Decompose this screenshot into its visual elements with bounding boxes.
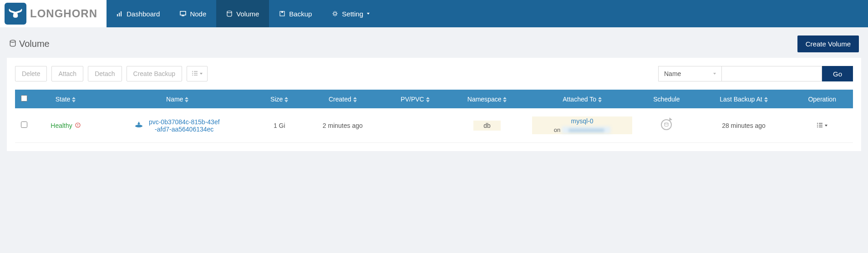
nav-node[interactable]: Node — [170, 0, 216, 27]
bulk-actions: Delete Attach Detach Create Backup — [15, 66, 208, 81]
sort-icon — [426, 97, 430, 102]
svg-rect-3 — [180, 11, 186, 15]
chevron-down-icon — [367, 13, 370, 15]
svg-rect-23 — [819, 123, 822, 123]
nav-label: Volume — [236, 10, 259, 18]
cell-size: 1 Gi — [257, 108, 302, 143]
nav-label: Node — [190, 10, 206, 18]
sort-icon — [284, 97, 288, 102]
volume-row-icon — [134, 121, 143, 130]
svg-point-5 — [227, 11, 232, 13]
cell-pvpvc — [384, 108, 447, 143]
cell-namespace: db — [447, 108, 528, 143]
svg-point-10 — [192, 71, 193, 72]
col-name[interactable]: Name — [98, 90, 257, 108]
search-go-button[interactable]: Go — [822, 66, 853, 81]
brand-text: LONGHORN — [30, 7, 97, 20]
svg-point-26 — [817, 126, 818, 127]
row-checkbox[interactable] — [21, 121, 27, 128]
brand: LONGHORN — [0, 0, 107, 27]
cell-name: pvc-0b37084c-815b-43ef-afd7-aa56406134ec — [98, 108, 257, 143]
volume-table: State Name Size Created PV/PVC Namespace… — [15, 90, 853, 143]
sort-icon — [353, 97, 357, 102]
search-input[interactable] — [722, 66, 822, 81]
filter-field-value: Name — [664, 70, 681, 77]
sort-icon — [764, 97, 768, 102]
svg-rect-18 — [77, 126, 78, 126]
nav-volume[interactable]: Volume — [216, 0, 269, 27]
svg-rect-2 — [121, 11, 122, 16]
list-icon — [192, 70, 198, 77]
svg-rect-15 — [194, 75, 198, 75]
col-attached[interactable]: Attached To — [528, 90, 637, 108]
svg-rect-1 — [119, 13, 120, 16]
cell-operation — [791, 108, 853, 143]
svg-point-9 — [10, 40, 15, 42]
svg-rect-25 — [819, 125, 822, 125]
col-pvpvc[interactable]: PV/PVC — [384, 90, 447, 108]
svg-point-24 — [817, 125, 818, 126]
redacted-node: xxxxxxxxxxxx — [562, 126, 610, 133]
svg-point-8 — [334, 12, 336, 15]
volume-icon — [9, 39, 16, 49]
svg-rect-0 — [117, 14, 118, 16]
attach-button[interactable]: Attach — [51, 66, 83, 81]
svg-rect-11 — [194, 71, 198, 71]
search-group: Name Go — [658, 66, 853, 81]
table-row: Healthy pvc-0b37084c-815b-43ef-afd7-aa56… — [15, 108, 853, 143]
col-size[interactable]: Size — [257, 90, 302, 108]
nav-label: Setting — [342, 10, 363, 18]
create-volume-button[interactable]: Create Volume — [797, 35, 859, 52]
bulk-more-button[interactable] — [187, 66, 208, 81]
select-all-checkbox[interactable] — [21, 95, 27, 101]
svg-point-14 — [192, 75, 193, 76]
cell-attached: mysql-0 onxxxxxxxxxxxx — [528, 108, 637, 143]
toolbar: Delete Attach Detach Create Backup Name … — [15, 66, 853, 81]
col-schedule: Schedule — [637, 90, 696, 108]
svg-point-21 — [665, 123, 668, 124]
svg-rect-4 — [182, 15, 184, 16]
chevron-down-icon — [713, 73, 716, 75]
svg-rect-13 — [194, 73, 198, 73]
sort-icon — [503, 97, 507, 102]
gear-icon — [332, 10, 338, 17]
nav-setting[interactable]: Setting — [322, 0, 380, 27]
chevron-down-icon — [200, 73, 203, 75]
dashboard-icon — [117, 10, 123, 17]
page-title: Volume — [9, 39, 50, 49]
col-lastbackup[interactable]: Last Backup At — [696, 90, 792, 108]
namespace-tag: db — [473, 121, 501, 131]
page-bar: Volume Create Volume — [0, 27, 868, 58]
nav-backup[interactable]: Backup — [269, 0, 322, 27]
recurring-job-icon[interactable] — [661, 119, 672, 130]
col-created[interactable]: Created — [302, 90, 384, 108]
workload-link[interactable]: mysql-0 — [532, 117, 632, 125]
cell-lastbackup: 28 minutes ago — [696, 108, 792, 143]
nav-dashboard[interactable]: Dashboard — [107, 0, 170, 27]
alert-icon — [75, 122, 81, 129]
svg-rect-17 — [77, 124, 78, 126]
detach-button[interactable]: Detach — [88, 66, 122, 81]
cell-created: 2 minutes ago — [302, 108, 384, 143]
cell-state: Healthy — [33, 108, 98, 143]
filter-field-select[interactable]: Name — [658, 66, 722, 81]
state-text: Healthy — [51, 122, 72, 129]
content-card: Delete Attach Detach Create Backup Name … — [7, 58, 861, 151]
table-header-row: State Name Size Created PV/PVC Namespace… — [15, 90, 853, 108]
sort-icon — [72, 97, 76, 102]
sort-icon — [185, 97, 188, 102]
sort-icon — [598, 97, 602, 102]
delete-button[interactable]: Delete — [15, 66, 47, 81]
row-actions-menu[interactable] — [817, 122, 827, 129]
svg-point-12 — [192, 73, 193, 74]
chevron-down-icon — [825, 125, 827, 126]
create-backup-button[interactable]: Create Backup — [127, 66, 183, 81]
cell-schedule — [637, 108, 696, 143]
attached-node: onxxxxxxxxxxxx — [532, 126, 632, 133]
col-state[interactable]: State — [33, 90, 98, 108]
col-namespace[interactable]: Namespace — [447, 90, 528, 108]
col-operation: Operation — [791, 90, 853, 108]
list-icon — [817, 122, 823, 129]
svg-rect-27 — [819, 126, 822, 127]
volume-name-link[interactable]: pvc-0b37084c-815b-43ef-afd7-aa56406134ec — [148, 118, 221, 133]
